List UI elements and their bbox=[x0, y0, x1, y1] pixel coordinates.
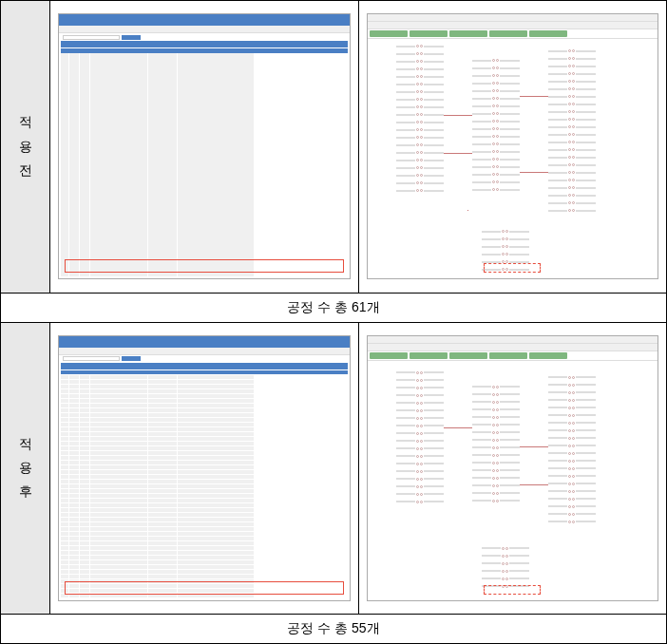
table-row[interactable] bbox=[61, 243, 347, 248]
table-row[interactable] bbox=[61, 423, 347, 427]
table-row[interactable] bbox=[61, 456, 347, 461]
table-row[interactable] bbox=[61, 181, 347, 186]
table-row[interactable] bbox=[61, 158, 347, 162]
search-input[interactable] bbox=[63, 356, 120, 361]
tab[interactable] bbox=[370, 352, 408, 359]
table-row[interactable] bbox=[61, 404, 347, 408]
table-row[interactable] bbox=[61, 234, 347, 238]
tab[interactable] bbox=[489, 30, 527, 37]
table-row[interactable] bbox=[61, 370, 347, 375]
table-row[interactable] bbox=[61, 470, 347, 475]
table-row[interactable] bbox=[61, 101, 347, 105]
table-row[interactable] bbox=[61, 177, 347, 181]
table-row[interactable] bbox=[61, 442, 347, 446]
table-row[interactable] bbox=[61, 518, 347, 522]
table-row[interactable] bbox=[61, 437, 347, 442]
table-row[interactable] bbox=[61, 219, 347, 224]
table-row[interactable] bbox=[61, 72, 347, 77]
search-input[interactable] bbox=[63, 35, 120, 40]
table-row[interactable] bbox=[61, 499, 347, 503]
table-row[interactable] bbox=[61, 186, 347, 191]
table-row[interactable] bbox=[61, 205, 347, 210]
table-row[interactable] bbox=[61, 86, 347, 91]
table-row[interactable] bbox=[61, 172, 347, 177]
table-row[interactable] bbox=[61, 427, 347, 432]
table-row[interactable] bbox=[61, 148, 347, 153]
table-row[interactable] bbox=[61, 446, 347, 451]
table-row[interactable] bbox=[61, 224, 347, 229]
table-row[interactable] bbox=[61, 67, 347, 72]
table-row[interactable] bbox=[61, 167, 347, 172]
table-row[interactable] bbox=[61, 413, 347, 418]
table-row[interactable] bbox=[61, 570, 347, 575]
table-row[interactable] bbox=[61, 546, 347, 551]
table-row[interactable] bbox=[61, 394, 347, 399]
search-button[interactable] bbox=[122, 356, 141, 361]
table-row[interactable] bbox=[61, 196, 347, 200]
table-row[interactable] bbox=[61, 200, 347, 205]
table-row[interactable] bbox=[61, 537, 347, 541]
table-row[interactable] bbox=[61, 527, 347, 532]
tab[interactable] bbox=[489, 352, 527, 359]
table-row[interactable] bbox=[61, 124, 347, 129]
table-row[interactable] bbox=[61, 556, 347, 560]
tab[interactable] bbox=[449, 352, 487, 359]
table-row[interactable] bbox=[61, 385, 347, 389]
table-row[interactable] bbox=[61, 522, 347, 527]
table-row[interactable] bbox=[61, 120, 347, 124]
table-row[interactable] bbox=[61, 451, 347, 456]
table-row[interactable] bbox=[61, 229, 347, 234]
table-row[interactable] bbox=[61, 238, 347, 243]
table-row[interactable] bbox=[61, 399, 347, 404]
table-row[interactable] bbox=[61, 503, 347, 508]
table-row[interactable] bbox=[61, 541, 347, 546]
table-row[interactable] bbox=[61, 432, 347, 437]
table-row[interactable] bbox=[61, 248, 347, 253]
table-row[interactable] bbox=[61, 480, 347, 484]
table-row[interactable] bbox=[61, 48, 347, 53]
search-button[interactable] bbox=[122, 35, 141, 40]
table-row[interactable] bbox=[61, 215, 347, 219]
tab[interactable] bbox=[410, 352, 448, 359]
table-row[interactable] bbox=[61, 465, 347, 470]
table-row[interactable] bbox=[61, 96, 347, 101]
table-row[interactable] bbox=[61, 551, 347, 556]
tab[interactable] bbox=[529, 30, 567, 37]
table-row[interactable] bbox=[61, 162, 347, 167]
table-row[interactable] bbox=[61, 508, 347, 513]
table-row[interactable] bbox=[61, 58, 347, 63]
table-row[interactable] bbox=[61, 375, 347, 380]
tab[interactable] bbox=[449, 30, 487, 37]
tab[interactable] bbox=[370, 30, 408, 37]
table-row[interactable] bbox=[61, 143, 347, 148]
table-row[interactable] bbox=[61, 115, 347, 120]
table-row[interactable] bbox=[61, 134, 347, 139]
tab[interactable] bbox=[410, 30, 448, 37]
table-row[interactable] bbox=[61, 63, 347, 67]
table-row[interactable] bbox=[61, 139, 347, 143]
table-row[interactable] bbox=[61, 191, 347, 196]
table-row[interactable] bbox=[61, 82, 347, 86]
table-row[interactable] bbox=[61, 532, 347, 537]
table-row[interactable] bbox=[61, 153, 347, 158]
table-row[interactable] bbox=[61, 489, 347, 494]
table-row[interactable] bbox=[61, 513, 347, 518]
table-row[interactable] bbox=[61, 408, 347, 413]
table-row[interactable] bbox=[61, 380, 347, 385]
table-row[interactable] bbox=[61, 575, 347, 579]
table-row[interactable] bbox=[61, 475, 347, 480]
table-row[interactable] bbox=[61, 560, 347, 565]
table-row[interactable] bbox=[61, 565, 347, 570]
table-row[interactable] bbox=[61, 418, 347, 423]
table-row[interactable] bbox=[61, 461, 347, 465]
table-row[interactable] bbox=[61, 77, 347, 82]
table-row[interactable] bbox=[61, 53, 347, 58]
table-row[interactable] bbox=[61, 129, 347, 134]
tab[interactable] bbox=[529, 352, 567, 359]
table-row[interactable] bbox=[61, 389, 347, 394]
table-row[interactable] bbox=[61, 105, 347, 110]
table-row[interactable] bbox=[61, 110, 347, 115]
table-row[interactable] bbox=[61, 91, 347, 96]
table-row[interactable] bbox=[61, 494, 347, 499]
table-row[interactable] bbox=[61, 253, 347, 257]
